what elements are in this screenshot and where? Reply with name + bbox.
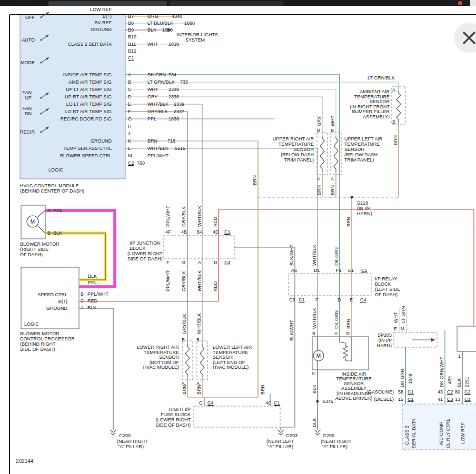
browser-tab[interactable] — [170, 1, 283, 6]
blower-motor-control-processor-box — [21, 267, 79, 329]
wire-brn-718[interactable] — [125, 141, 258, 397]
close-icon — [455, 24, 476, 52]
ground-g200-left-2 — [111, 433, 115, 435]
wire-gry-2336[interactable] — [125, 97, 322, 136]
bottom-right-module-box — [402, 404, 476, 450]
wiring-diagram-svg: MM — [0, 0, 476, 474]
wire-dkgrn-734[interactable] — [125, 75, 340, 337]
wire-blkwht[interactable] — [234, 247, 295, 430]
wire-blk-1050-arrowhead — [167, 28, 172, 32]
ip-relay-block-box — [289, 274, 371, 296]
wire-red[interactable] — [79, 209, 474, 326]
top-bar-corner — [470, 0, 476, 6]
splice-s218-dot — [351, 196, 353, 199]
ambient-thermistor — [396, 90, 401, 122]
diagram-viewport[interactable]: MM LOW REFB(+)5V REFGROUNDCLASS 2 SER DA… — [0, 0, 476, 474]
wire-wht-2338[interactable] — [125, 89, 336, 136]
sp205-arrow-arrowhead — [431, 338, 435, 342]
ground-g200-left — [110, 430, 116, 432]
wire-whtblk-2339[interactable] — [125, 104, 202, 344]
browser-tab[interactable] — [48, 1, 167, 6]
ground-g203-2 — [279, 433, 283, 435]
notification-dot-icon — [458, 1, 462, 5]
ground-g200-right — [314, 430, 321, 432]
close-button[interactable] — [455, 24, 476, 52]
wire-blk-processor-gnd[interactable] — [79, 308, 113, 430]
right-edge-component-box — [457, 326, 476, 351]
ground-g203 — [277, 430, 284, 432]
wire-gryblk-2337[interactable] — [125, 112, 187, 344]
upper-right-thermistor — [320, 136, 324, 172]
lower-right-thermistor — [185, 344, 190, 377]
ip-junction-block-box — [163, 236, 234, 259]
blower-motor-symbol-letter: M — [31, 219, 35, 225]
lower-left-thermistor — [200, 344, 204, 377]
wire-whtblk-5515[interactable] — [125, 148, 318, 337]
hvac-control-module-box — [20, 15, 125, 179]
aspirator-motor-symbol-letter: M — [316, 353, 321, 359]
splice-s345-dot — [316, 400, 319, 403]
right-ip-fuse-block-box — [194, 406, 280, 427]
ground-g200-right-2 — [315, 433, 320, 435]
upper-left-thermistor — [334, 136, 338, 172]
